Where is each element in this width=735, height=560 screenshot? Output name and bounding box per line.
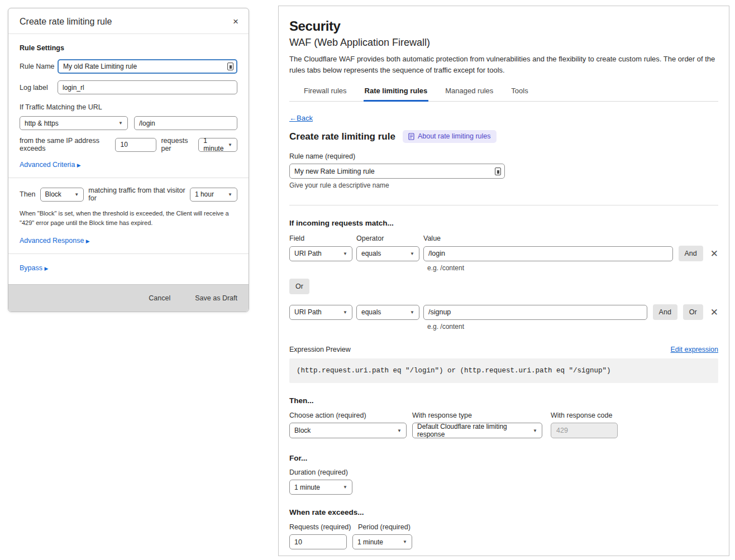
url-match-row: http & https ▼ <box>20 116 237 130</box>
bypass-link[interactable]: Bypass ▶ <box>20 264 48 272</box>
url-input[interactable] <box>134 116 237 130</box>
operator-select-2[interactable]: equals ▼ <box>356 305 419 320</box>
create-rule-heading-row: Create rate limiting rule About rate lim… <box>289 130 718 143</box>
value-hint-1: e.g. /content <box>427 264 718 272</box>
expression-preview-label: Expression Preview <box>289 346 351 353</box>
rule-name-input[interactable] <box>58 59 237 74</box>
tab-rate-limiting-rules[interactable]: Rate limiting rules <box>364 84 429 102</box>
operator-select-1-value: equals <box>361 250 381 257</box>
block-note-text: When "Block" is set, when the threshold … <box>20 209 237 228</box>
response-code-input <box>551 423 618 438</box>
threshold-prefix-text: from the same IP address exceeds <box>20 137 111 152</box>
divider <box>8 178 249 178</box>
page-subtitle: WAF (Web Application Firewall) <box>289 37 718 49</box>
action-labels-row: Choose action (required) With response t… <box>289 411 718 419</box>
duration-select[interactable]: 1 minute ▼ <box>289 480 352 495</box>
chevron-down-icon: ▼ <box>228 142 232 147</box>
rule-name-help: Give your rule a descriptive name <box>289 181 718 189</box>
advanced-criteria-label: Advanced Criteria <box>20 161 75 169</box>
chevron-down-icon: ▼ <box>403 539 407 544</box>
field-column-label: Field <box>289 234 356 242</box>
condition-row-1: URI Path ▼ equals ▼ And ✕ <box>289 246 718 261</box>
period-select[interactable]: 1 minute ▼ <box>352 534 412 549</box>
back-arrow-icon: ← <box>289 114 297 122</box>
field-select-1[interactable]: URI Path ▼ <box>289 246 352 261</box>
period-select-value: 1 minute <box>203 137 225 152</box>
page-description: The Cloudflare WAF provides both automat… <box>289 54 718 75</box>
or-connector-row: Or <box>289 279 718 294</box>
condition-row-2: URI Path ▼ equals ▼ And Or ✕ <box>289 304 718 320</box>
chevron-down-icon: ▼ <box>343 251 347 256</box>
requests-label: Requests (required) <box>289 523 352 531</box>
rule-name-row: Rule Name <box>20 59 237 74</box>
chevron-down-icon: ▼ <box>533 428 537 433</box>
field-select-1-value: URI Path <box>294 250 322 257</box>
create-rate-limiting-rule-dialog: Create rate limiting rule × Rule Setting… <box>8 8 249 312</box>
tab-managed-rules[interactable]: Managed rules <box>444 84 494 102</box>
rate-controls-row: 1 minute ▼ <box>289 534 718 549</box>
and-button-1[interactable]: And <box>679 246 703 261</box>
caret-right-icon: ▶ <box>86 238 90 244</box>
autofill-icon[interactable] <box>495 167 501 175</box>
url-wrap <box>134 116 237 130</box>
scheme-select-value: http & https <box>25 119 59 127</box>
dialog-body: Rule Settings Rule Name Log label If Tra… <box>8 34 249 284</box>
chevron-down-icon: ▼ <box>343 485 347 490</box>
period-select[interactable]: 1 minute ▼ <box>198 138 237 152</box>
threshold-input[interactable] <box>115 138 156 152</box>
back-label: Back <box>297 114 313 122</box>
scheme-select[interactable]: http & https ▼ <box>20 116 128 130</box>
condition-column-labels: Field Operator Value <box>289 234 718 242</box>
or-button-2[interactable]: Or <box>683 304 703 320</box>
tab-firewall-rules[interactable]: Firewall rules <box>303 84 348 102</box>
advanced-response-label: Advanced Response <box>20 237 84 245</box>
response-type-label: With response type <box>412 411 551 419</box>
save-as-draft-button[interactable]: Save as Draft <box>195 294 237 302</box>
advanced-criteria-link[interactable]: Advanced Criteria ▶ <box>20 161 81 169</box>
page-title: Security <box>289 18 718 34</box>
back-link[interactable]: ←Back <box>289 114 313 122</box>
dialog-footer: Cancel Save as Draft <box>8 284 249 312</box>
operator-select-1[interactable]: equals ▼ <box>356 246 419 261</box>
about-badge-label: About rate limiting rules <box>418 132 491 140</box>
rule-name-wrap <box>58 59 237 74</box>
expression-preview-section: Expression Preview Edit expression (http… <box>289 346 718 383</box>
duration-value: 1 minute <box>294 484 320 491</box>
value-input-2[interactable] <box>423 305 647 320</box>
edit-expression-link[interactable]: Edit expression <box>671 346 718 353</box>
rule-name-label: Rule Name <box>20 63 58 70</box>
and-button-2[interactable]: And <box>653 304 677 320</box>
response-type-select[interactable]: Default Cloudflare rate limiting respons… <box>412 423 542 438</box>
value-hint-2: e.g. /content <box>427 323 718 331</box>
response-type-value: Default Cloudflare rate limiting respons… <box>417 423 529 438</box>
log-label-input[interactable] <box>58 80 237 94</box>
remove-condition-icon-1[interactable]: ✕ <box>710 248 718 260</box>
action-select[interactable]: Block ▼ <box>40 188 84 202</box>
value-input-1[interactable] <box>423 246 673 261</box>
cancel-button[interactable]: Cancel <box>149 294 170 302</box>
traffic-matching-heading: If Traffic Matching the URL <box>20 103 237 111</box>
choose-action-value: Block <box>294 427 311 434</box>
close-icon[interactable]: × <box>233 17 238 26</box>
field-select-2[interactable]: URI Path ▼ <box>289 305 352 320</box>
chevron-down-icon: ▼ <box>228 192 232 197</box>
autofill-icon[interactable] <box>227 63 233 70</box>
chevron-down-icon: ▼ <box>397 428 402 433</box>
or-button[interactable]: Or <box>289 279 309 294</box>
caret-right-icon: ▶ <box>77 162 81 168</box>
block-duration-select[interactable]: 1 hour ▼ <box>190 188 237 202</box>
create-rule-heading: Create rate limiting rule <box>289 131 395 142</box>
advanced-response-link[interactable]: Advanced Response ▶ <box>20 237 90 245</box>
duration-label: Duration (required) <box>289 468 718 476</box>
remove-condition-icon-2[interactable]: ✕ <box>710 307 718 318</box>
period-label: Period (required) <box>358 523 411 531</box>
for-heading: For... <box>289 454 718 462</box>
security-waf-panel: Security WAF (Web Application Firewall) … <box>278 6 729 556</box>
log-label-wrap <box>58 80 237 94</box>
choose-action-select[interactable]: Block ▼ <box>289 423 407 438</box>
tab-tools[interactable]: Tools <box>510 84 529 102</box>
about-rate-limiting-badge[interactable]: About rate limiting rules <box>403 130 497 143</box>
rule-name-input[interactable] <box>289 164 505 179</box>
chevron-down-icon: ▼ <box>74 192 79 197</box>
requests-input[interactable] <box>289 534 347 549</box>
